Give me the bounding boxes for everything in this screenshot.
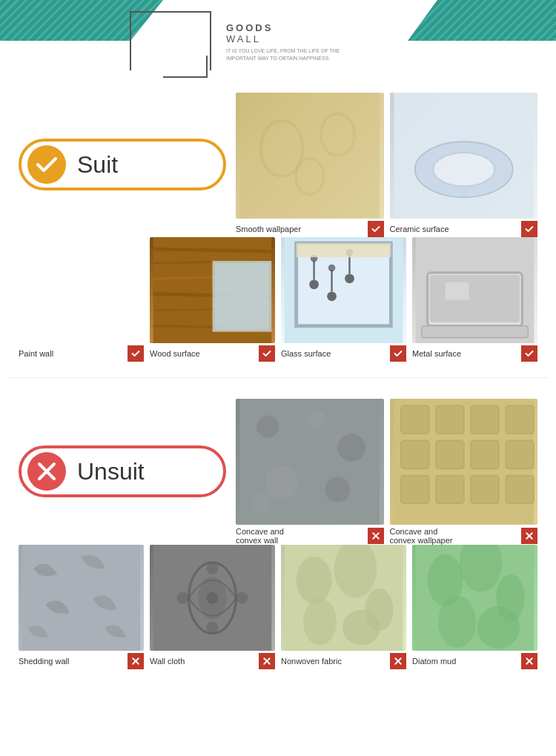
suit-label: Suit <box>77 151 118 179</box>
concave-wall-label-row: Concave andconvex wall <box>236 527 384 545</box>
diatom-label: Diatom mud <box>412 657 456 666</box>
suit-badge: Suit <box>19 139 226 190</box>
main-content: Suit <box>0 82 556 679</box>
shedding-label-row: Shedding wall <box>19 653 144 669</box>
brand-name: GOODS <box>226 22 340 33</box>
header-teal-right <box>408 0 556 41</box>
header-brand: GOODS WALL IT IS YOU LOVE LIFE, FROM THE… <box>226 22 340 62</box>
svg-rect-54 <box>436 406 464 434</box>
brand-sub: WALL <box>226 33 340 44</box>
svg-rect-23 <box>215 263 269 329</box>
svg-line-16 <box>153 249 272 251</box>
unsuit-badge-col: Unsuit <box>19 399 230 545</box>
diatom-image <box>412 545 537 651</box>
svg-rect-61 <box>400 476 428 504</box>
glass-image <box>281 237 406 344</box>
wood-label: Wood surface <box>150 349 200 358</box>
svg-point-44 <box>257 416 279 438</box>
wall-cloth-label-row: Wall cloth <box>150 653 275 669</box>
surface-item-wood: Wood surface <box>150 237 275 362</box>
nonwoven-image <box>281 545 406 651</box>
surface-item-metal: Metal surface <box>412 237 537 362</box>
surface-item-ceramic: Ceramic surface <box>390 93 538 237</box>
svg-point-45 <box>308 411 325 428</box>
concave-wall-check <box>368 528 384 544</box>
wood-check <box>259 345 275 362</box>
suit-check-icon <box>27 145 66 184</box>
unsuit-label: Unsuit <box>77 458 145 485</box>
svg-rect-64 <box>506 476 534 504</box>
unsuit-bottom-grid: Shedding wall <box>11 545 545 676</box>
unsuit-top-images: Concave andconvex wall <box>236 399 537 545</box>
ceramic-check <box>521 221 537 237</box>
metal-check <box>521 345 537 362</box>
svg-rect-55 <box>471 406 499 434</box>
unsuit-section: Unsuit <box>0 384 556 679</box>
ceramic-label: Ceramic surface <box>390 225 449 233</box>
svg-rect-38 <box>430 275 520 322</box>
suit-header-row: Suit <box>11 89 545 237</box>
nonwoven-check <box>390 653 406 669</box>
wall-cloth-image <box>150 545 275 651</box>
ceramic-label-row: Ceramic surface <box>390 221 538 237</box>
wall-cloth-check <box>259 653 275 669</box>
paint-wall-label: Paint wall <box>19 349 53 358</box>
ceramic-image <box>390 93 538 219</box>
svg-rect-63 <box>471 476 499 504</box>
header-bracket-bottom <box>163 56 208 78</box>
unsuit-header-row: Unsuit <box>11 395 545 545</box>
svg-rect-58 <box>436 441 464 469</box>
svg-point-47 <box>265 466 298 500</box>
svg-rect-35 <box>297 243 391 257</box>
surface-item-diatom: Diatom mud <box>412 545 537 670</box>
wall-cloth-label: Wall cloth <box>150 657 185 666</box>
svg-rect-53 <box>400 406 428 434</box>
svg-point-93 <box>477 606 520 649</box>
svg-rect-56 <box>506 406 534 434</box>
svg-rect-39 <box>446 282 469 299</box>
svg-point-81 <box>297 557 332 604</box>
shedding-check <box>128 653 144 669</box>
svg-point-76 <box>177 592 189 604</box>
svg-rect-60 <box>506 441 534 469</box>
suit-section: Suit <box>0 82 556 371</box>
surface-item-paint-wall: Paint wall <box>19 237 144 362</box>
smooth-wallpaper-label: Smooth wallpaper <box>236 225 301 233</box>
metal-label: Metal surface <box>412 349 461 358</box>
surface-item-shedding: Shedding wall <box>19 545 144 670</box>
concave-wallpaper-label: Concave andconvex wallpaper <box>390 527 453 545</box>
wood-label-row: Wood surface <box>150 345 275 362</box>
unsuit-x-icon <box>27 452 66 491</box>
shedding-label: Shedding wall <box>19 657 70 666</box>
svg-rect-62 <box>436 476 464 504</box>
svg-point-73 <box>207 592 219 604</box>
suit-top-images: Smooth wallpaper <box>236 93 537 237</box>
svg-point-74 <box>207 563 219 574</box>
svg-point-85 <box>342 610 380 646</box>
metal-image <box>412 237 537 344</box>
diatom-label-row: Diatom mud <box>412 653 537 669</box>
svg-point-26 <box>309 279 319 289</box>
suit-badge-col: Suit <box>19 93 230 237</box>
metal-label-row: Metal surface <box>412 345 537 362</box>
diatom-check <box>521 653 537 669</box>
svg-point-49 <box>251 494 271 513</box>
surface-item-concave-wall: Concave andconvex wall <box>236 399 384 545</box>
suit-bottom-grid: Paint wall <box>11 237 545 368</box>
brand-tagline: IT IS YOU LOVE LIFE, FROM THE LIFE OF TH… <box>226 47 340 62</box>
surface-item-nonwoven: Nonwoven fabric <box>281 545 406 670</box>
paint-wall-check <box>128 345 144 362</box>
svg-point-32 <box>345 273 354 283</box>
svg-point-29 <box>327 291 337 301</box>
svg-rect-57 <box>400 441 428 469</box>
wood-image <box>150 237 275 344</box>
smooth-wallpaper-label-row: Smooth wallpaper <box>236 221 384 237</box>
nonwoven-label-row: Nonwoven fabric <box>281 653 406 669</box>
svg-point-84 <box>303 598 337 646</box>
unsuit-badge: Unsuit <box>19 445 226 497</box>
concave-wallpaper-label-row: Concave andconvex wallpaper <box>390 527 538 545</box>
surface-item-smooth-wallpaper: Smooth wallpaper <box>236 93 384 237</box>
svg-point-75 <box>207 622 219 634</box>
nonwoven-label: Nonwoven fabric <box>281 657 342 666</box>
shedding-image <box>19 545 144 651</box>
